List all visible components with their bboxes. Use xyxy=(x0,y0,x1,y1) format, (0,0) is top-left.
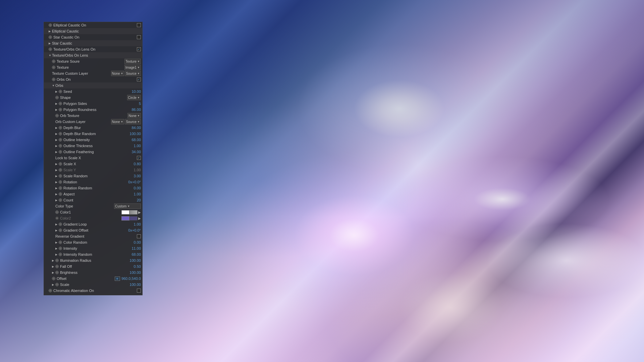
depth-blur-random[interactable]: ▶ Depth Blur Random 100.00 xyxy=(44,131,142,137)
texture-orbs-on-lens[interactable]: ▼ Texture/Orbs On Lens xyxy=(44,52,142,58)
outline-intensity-value[interactable]: 68.00 xyxy=(131,138,141,142)
star-caustic-on[interactable]: Star Caustic On xyxy=(44,34,142,40)
star-caustic-on-checkbox[interactable] xyxy=(137,35,141,39)
offset-value[interactable]: 960.0,540.0 xyxy=(121,277,141,281)
elliptical-caustic[interactable]: ▶ Elliptical Caustic xyxy=(44,28,142,34)
outline-intensity-expand[interactable]: ▶ xyxy=(55,138,58,141)
rotation-expand[interactable]: ▶ xyxy=(55,181,58,183)
offset[interactable]: Offset ⊕ 960.0,540.0 xyxy=(44,276,142,282)
polygon-sides-value[interactable]: 5 xyxy=(139,102,141,106)
polygon-roundness-value[interactable]: 86.00 xyxy=(131,108,141,112)
count-value[interactable]: 20 xyxy=(137,198,141,202)
aspect-value[interactable]: 1.00 xyxy=(134,192,141,196)
gradient-offset-value[interactable]: 0x+0.0° xyxy=(128,228,141,232)
depth-blur-expand[interactable]: ▶ xyxy=(55,126,58,129)
gradient-offset[interactable]: ▶ Gradient Offset 0x+0.0° xyxy=(44,227,142,233)
outline-feathering-expand[interactable]: ▶ xyxy=(55,150,58,153)
intensity-random[interactable]: ▶ Intensity Random 68.00 xyxy=(44,251,142,257)
polygon-sides[interactable]: ▶ Polygon Sides 5 xyxy=(44,101,142,107)
scale-random-expand[interactable]: ▶ xyxy=(55,175,58,177)
shape[interactable]: Shape Circle ▼ xyxy=(44,95,142,101)
color-random-expand[interactable]: ▶ xyxy=(55,241,58,244)
brightness-expand[interactable]: ▶ xyxy=(52,271,55,274)
scale[interactable]: ▶ Scale 100.00 xyxy=(44,282,142,288)
orb-texture-dropdown[interactable]: None ▼ xyxy=(127,113,141,118)
rotation[interactable]: ▶ Rotation 0x+0.0° xyxy=(44,179,142,185)
seed[interactable]: ▶ Seed 10.00 xyxy=(44,88,142,95)
color-type-dropdown[interactable]: Custom ▼ xyxy=(114,203,141,209)
lock-to-scale-x[interactable]: Lock to Scale X ✓ xyxy=(44,155,142,161)
texture-orbs-on-lens-on[interactable]: Texture/Orbs On Lens On ✓ xyxy=(44,46,142,52)
gradient-offset-expand[interactable]: ▶ xyxy=(55,229,58,232)
gradient-loop-value[interactable]: 1.00 xyxy=(134,222,141,226)
seed-value[interactable]: 10.00 xyxy=(131,89,141,94)
reverse-gradient-checkbox[interactable] xyxy=(137,234,141,238)
color1[interactable]: Color1 ▶ xyxy=(44,209,142,215)
seed-expand[interactable]: ▶ xyxy=(55,90,58,93)
polygon-roundness-expand[interactable]: ▶ xyxy=(55,108,58,111)
gradient-loop[interactable]: ▶ Gradient Loop 1.00 xyxy=(44,221,142,227)
aspect[interactable]: ▶ Aspect 1.00 xyxy=(44,191,142,197)
scale-x[interactable]: ▶ Scale X 0.80 xyxy=(44,161,142,167)
orbs-on[interactable]: Orbs On ✓ xyxy=(44,76,142,82)
scale-y[interactable]: ▶ Scale Y 1.00 xyxy=(44,167,142,173)
intensity-expand[interactable]: ▶ xyxy=(55,247,58,250)
depth-blur-value[interactable]: 84.00 xyxy=(131,126,141,130)
count-expand[interactable]: ▶ xyxy=(55,199,58,201)
color2-swatch[interactable] xyxy=(121,216,129,221)
intensity[interactable]: ▶ Intensity 11.00 xyxy=(44,245,142,251)
texture-orbs-on-lens-on-checkbox[interactable]: ✓ xyxy=(137,47,141,51)
rotation-value[interactable]: 0x+0.0° xyxy=(128,180,141,184)
texture[interactable]: Texture Image1 ▼ xyxy=(44,64,142,70)
depth-blur[interactable]: ▶ Depth Blur 84.00 xyxy=(44,125,142,131)
outline-feathering-value[interactable]: 34.00 xyxy=(131,150,141,154)
intensity-random-value[interactable]: 68.00 xyxy=(131,252,141,256)
depth-blur-random-expand[interactable]: ▶ xyxy=(55,132,58,135)
scale-x-value[interactable]: 0.80 xyxy=(134,162,141,166)
scale-expand[interactable]: ▶ xyxy=(52,283,55,286)
scale-x-expand[interactable]: ▶ xyxy=(55,163,58,165)
color1-arrow[interactable]: ▶ xyxy=(138,210,141,214)
color-random[interactable]: ▶ Color Random 0.00 xyxy=(44,239,142,245)
depth-blur-random-value[interactable]: 100.00 xyxy=(129,132,141,136)
fall-off-expand[interactable]: ▶ xyxy=(52,265,55,268)
texture-custom-layer-dropdown2[interactable]: Source ▼ xyxy=(125,71,141,76)
rotation-random-expand[interactable]: ▶ xyxy=(55,187,58,189)
illumination-radius[interactable]: ▶ Illumination Radius 100.00 xyxy=(44,257,142,263)
fall-off-value[interactable]: 0.50 xyxy=(134,264,141,268)
scale-y-expand[interactable]: ▶ xyxy=(55,169,58,171)
fall-off[interactable]: ▶ Fall Off 0.50 xyxy=(44,263,142,269)
color-type[interactable]: Color Type Custom ▼ xyxy=(44,203,142,209)
texture-dropdown[interactable]: Image1 ▼ xyxy=(124,65,141,70)
outline-thickness[interactable]: ▶ Outline Thickness 1.00 xyxy=(44,143,142,149)
offset-crosshair[interactable]: ⊕ xyxy=(115,277,120,281)
orb-texture[interactable]: Orb Texture None ▼ xyxy=(44,113,142,119)
elliptical-caustic-on-checkbox[interactable] xyxy=(137,23,141,27)
color1-grad[interactable] xyxy=(129,210,138,215)
illumination-radius-expand[interactable]: ▶ xyxy=(52,259,55,262)
outline-feathering[interactable]: ▶ Outline Feathering 34.00 xyxy=(44,149,142,155)
polygon-roundness[interactable]: ▶ Polygon Roundness 86.00 xyxy=(44,107,142,113)
lock-to-scale-x-checkbox[interactable]: ✓ xyxy=(137,156,141,160)
aspect-expand[interactable]: ▶ xyxy=(55,193,58,195)
shape-dropdown[interactable]: Circle ▼ xyxy=(127,95,141,100)
intensity-value[interactable]: 11.00 xyxy=(131,246,141,250)
gradient-loop-expand[interactable]: ▶ xyxy=(55,223,58,226)
color2[interactable]: Color2 ▶ xyxy=(44,215,142,221)
scale-value[interactable]: 100.00 xyxy=(129,283,141,287)
star-caustic[interactable]: ▶ Star Caustic xyxy=(44,40,142,46)
illumination-radius-value[interactable]: 100.00 xyxy=(129,258,141,262)
reverse-gradient[interactable]: Reverse Gradient xyxy=(44,233,142,239)
orb-custom-layer-dropdown2[interactable]: Source ▼ xyxy=(125,119,141,124)
outline-intensity[interactable]: ▶ Outline Intensity 68.00 xyxy=(44,137,142,143)
texture-custom-layer-dropdown1[interactable]: None ▼ xyxy=(111,71,124,76)
chromatic-aberration-on[interactable]: Chromatic Aberration On xyxy=(44,288,142,294)
elliptical-caustic-on[interactable]: Elliptical Caustic On xyxy=(44,22,142,28)
count[interactable]: ▶ Count 20 xyxy=(44,197,142,203)
scale-random[interactable]: ▶ Scale Random 3.00 xyxy=(44,173,142,179)
brightness-value[interactable]: 100.00 xyxy=(129,270,141,275)
texture-source-dropdown[interactable]: Texture ▼ xyxy=(124,59,141,64)
orbs-on-checkbox[interactable]: ✓ xyxy=(137,77,141,81)
texture-custom-layer[interactable]: Texture Custom Layer None ▼ Source ▼ xyxy=(44,70,142,76)
color-random-value[interactable]: 0.00 xyxy=(134,240,141,244)
